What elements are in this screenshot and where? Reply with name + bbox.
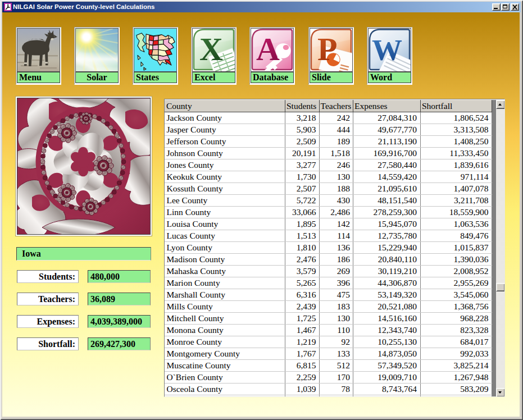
svg-text:X: X: [199, 32, 223, 67]
svg-text:P: P: [317, 32, 337, 67]
svg-text:W: W: [372, 34, 402, 67]
svg-text:A: A: [256, 32, 280, 67]
